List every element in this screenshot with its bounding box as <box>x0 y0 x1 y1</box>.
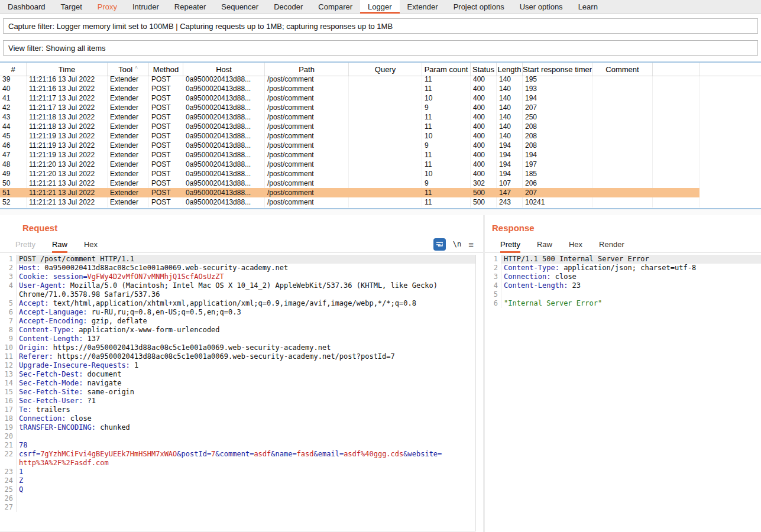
log-row-39[interactable]: 3911:21:16 13 Jul 2022ExtenderPOST0a9500… <box>0 76 700 84</box>
cell-param-count: 11 <box>422 112 471 122</box>
main-tab-intruder[interactable]: Intruder <box>125 0 167 14</box>
editor-menu-icon[interactable]: ≡ <box>468 239 474 249</box>
main-tab-repeater[interactable]: Repeater <box>167 0 213 14</box>
main-tab-learn[interactable]: Learn <box>571 0 605 14</box>
request-tab-pretty[interactable]: Pretty <box>15 236 35 253</box>
column-header-tool[interactable]: Tool^ <box>108 63 149 76</box>
cell-query <box>349 112 422 122</box>
cell--: 53 <box>0 207 27 207</box>
request-tabs: PrettyRawHex <box>0 236 106 253</box>
response-tab-raw[interactable]: Raw <box>537 236 552 253</box>
newline-icon[interactable]: \n <box>453 240 461 248</box>
response-line-6: 6"Internal Server Error" <box>485 299 761 308</box>
column-header-method[interactable]: Method <box>149 63 183 76</box>
column-header-start-response-timer[interactable]: Start response timer <box>523 63 592 76</box>
column-label: # <box>11 65 15 74</box>
column-header-status[interactable]: Status <box>471 63 497 76</box>
cell-host: 0a9500020413d88... <box>183 122 265 131</box>
cell-query <box>349 103 422 112</box>
column-header-comment[interactable]: Comment <box>592 63 653 76</box>
column-header-path[interactable]: Path <box>265 63 349 76</box>
nonprinting-chars-icon[interactable] <box>433 238 446 251</box>
cell-start-response-timer: 185 <box>523 169 592 179</box>
response-tab-render[interactable]: Render <box>599 236 624 253</box>
log-row-43[interactable]: 4311:21:18 13 Jul 2022ExtenderPOST0a9500… <box>0 112 700 122</box>
cell-param-count: 11 <box>422 76 471 84</box>
view-filter-bar[interactable]: View filter: Showing all items <box>3 40 758 56</box>
cell-method: POST <box>149 150 183 160</box>
cell-time: 11:21:19 13 Jul 2022 <box>27 150 108 160</box>
line-number: 20 <box>0 432 17 441</box>
request-tab-hex[interactable]: Hex <box>84 236 98 253</box>
log-row-48[interactable]: 4811:21:20 13 Jul 2022ExtenderPOST0a9500… <box>0 160 700 169</box>
column-header-length[interactable]: Length <box>497 63 523 76</box>
main-tab-sequencer[interactable]: Sequencer <box>213 0 266 14</box>
cell-start-response-timer: 194 <box>523 93 592 103</box>
line-number: 13 <box>0 370 17 379</box>
cell-query <box>349 150 422 160</box>
line-content: Sec-Fetch-Mode: navigate <box>17 379 475 388</box>
logger-table: #TimeTool^MethodHostPathQueryParam count… <box>0 61 761 209</box>
cell-status: 500 <box>471 188 497 197</box>
log-row-44[interactable]: 4411:21:18 13 Jul 2022ExtenderPOST0a9500… <box>0 122 700 131</box>
cell-filler <box>653 112 700 122</box>
line-content: 1 <box>17 468 475 476</box>
log-row-52[interactable]: 5211:21:21 13 Jul 2022ExtenderPOST0a9500… <box>0 197 700 207</box>
main-tab-logger[interactable]: Logger <box>360 0 399 14</box>
response-editor[interactable]: 1HTTP/1.1 500 Internal Server Error2Cont… <box>485 255 761 531</box>
line-number: 21 <box>0 441 17 450</box>
cell-host: 0a9500020413d88... <box>183 112 265 122</box>
main-tab-target[interactable]: Target <box>53 0 90 14</box>
cell-path: /post/comment <box>265 103 349 112</box>
log-row-53[interactable]: 5311:21:22 13 Jul 2022ExtenderPOST0a9500… <box>0 207 700 207</box>
log-row-41[interactable]: 4111:21:17 13 Jul 2022ExtenderPOST0a9500… <box>0 93 700 103</box>
log-row-50[interactable]: 5011:21:21 13 Jul 2022ExtenderPOST0a9500… <box>0 179 700 188</box>
cell-tool: Extender <box>108 169 149 179</box>
cell-start-response-timer: 195 <box>523 76 592 84</box>
cell-length: 140 <box>497 131 523 141</box>
main-tab-comparer[interactable]: Comparer <box>310 0 360 14</box>
log-row-42[interactable]: 4211:21:17 13 Jul 2022ExtenderPOST0a9500… <box>0 103 700 112</box>
column-header-query[interactable]: Query <box>349 63 422 76</box>
log-row-49[interactable]: 4911:21:20 13 Jul 2022ExtenderPOST0a9500… <box>0 169 700 179</box>
column-label: Status <box>472 65 494 74</box>
cell-time: 11:21:18 13 Jul 2022 <box>27 122 108 131</box>
capture-filter-bar[interactable]: Capture filter: Logger memory limit set … <box>3 18 758 34</box>
request-line-20: 20 <box>0 432 475 441</box>
cell-param-count: 11 <box>422 84 471 93</box>
cell--: 48 <box>0 160 27 169</box>
column-header-host[interactable]: Host <box>183 63 265 76</box>
response-tab-pretty[interactable]: Pretty <box>500 236 520 253</box>
main-tab-decoder[interactable]: Decoder <box>266 0 310 14</box>
request-tab-raw[interactable]: Raw <box>52 236 67 253</box>
column-header-time[interactable]: Time <box>27 63 108 76</box>
cell-param-count: 11 <box>422 197 471 207</box>
horizontal-splitter[interactable] <box>0 209 761 215</box>
log-row-51[interactable]: 5111:21:21 13 Jul 2022ExtenderPOST0a9500… <box>0 188 700 197</box>
log-row-46[interactable]: 4611:21:19 13 Jul 2022ExtenderPOST0a9500… <box>0 141 700 150</box>
response-tab-hex[interactable]: Hex <box>569 236 582 253</box>
cell-tool: Extender <box>108 160 149 169</box>
cell-filler <box>653 141 700 150</box>
line-number: 11 <box>0 352 17 361</box>
cell-filler <box>653 103 700 112</box>
main-tab-user-options[interactable]: User options <box>512 0 571 14</box>
main-tab-project-options[interactable]: Project options <box>446 0 512 14</box>
main-tab-extender[interactable]: Extender <box>400 0 446 14</box>
request-editor[interactable]: 1POST /post/comment HTTP/1.12Host: 0a950… <box>0 255 476 531</box>
main-tab-dashboard[interactable]: Dashboard <box>0 0 53 14</box>
line-number: 4 <box>0 281 17 290</box>
log-row-40[interactable]: 4011:21:16 13 Jul 2022ExtenderPOST0a9500… <box>0 84 700 93</box>
cell-time: 11:21:19 13 Jul 2022 <box>27 141 108 150</box>
request-line-12: 12Upgrade-Insecure-Requests: 1 <box>0 361 475 370</box>
cell-start-response-timer: 207 <box>523 103 592 112</box>
cell-filler <box>653 93 700 103</box>
main-tab-proxy[interactable]: Proxy <box>90 0 125 14</box>
column-header--[interactable]: # <box>0 63 27 76</box>
log-row-47[interactable]: 4711:21:19 13 Jul 2022ExtenderPOST0a9500… <box>0 150 700 160</box>
log-row-45[interactable]: 4511:21:19 13 Jul 2022ExtenderPOST0a9500… <box>0 131 700 141</box>
line-content: Accept: text/html,application/xhtml+xml,… <box>17 299 475 308</box>
column-header-param-count[interactable]: Param count <box>422 63 471 76</box>
cell-param-count: 9 <box>422 179 471 188</box>
cell-method: POST <box>149 76 183 84</box>
